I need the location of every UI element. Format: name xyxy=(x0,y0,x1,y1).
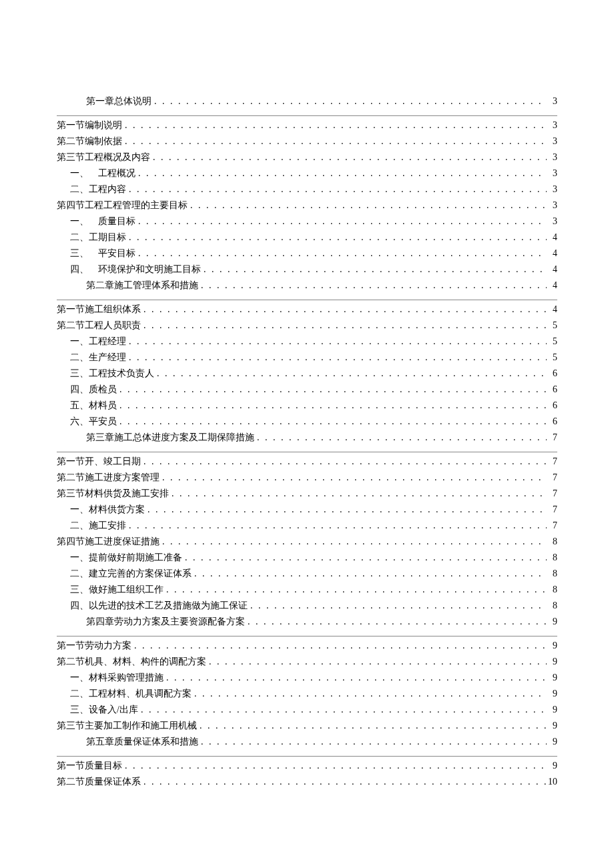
toc-label: 四、质检员 xyxy=(70,385,117,394)
toc-leader-dots: . . . . . . . . . . . . . . . . . . . . … xyxy=(122,121,547,130)
toc-leader-dots: . . . . . . . . . . . . . . . . . . . . … xyxy=(138,705,547,715)
toc-leader-dots: . . . . . . . . . . . . . . . . . . . . … xyxy=(126,521,547,530)
toc-page-number: 9 xyxy=(547,657,557,667)
toc-page-number: 3 xyxy=(547,97,557,106)
toc-leader-dots: . . . . . . . . . . . . . . . . . . . . … xyxy=(150,153,547,162)
toc-page-number: 8 xyxy=(547,585,557,594)
toc-subsection-row: 二、生产经理. . . . . . . . . . . . . . . . . … xyxy=(57,350,557,366)
toc-label: 二、工期目标 xyxy=(70,233,126,242)
toc-section-row: 第一节劳动力方案. . . . . . . . . . . . . . . . … xyxy=(57,638,557,654)
toc-section-row: 第二节工程人员职责. . . . . . . . . . . . . . . .… xyxy=(57,318,557,334)
toc-label: 一、材料采购管理措施 xyxy=(70,673,164,683)
toc-subsection-row: 四、质检员. . . . . . . . . . . . . . . . . .… xyxy=(57,382,557,398)
toc-label: 第三节材料供货及施工安排 xyxy=(57,489,169,498)
toc-page-number: 10 xyxy=(547,777,557,787)
toc-leader-dots: . . . . . . . . . . . . . . . . . . . . … xyxy=(135,217,547,226)
toc-leader-dots: . . . . . . . . . . . . . . . . . . . . … xyxy=(151,97,547,106)
toc-chapter-row: 第五章质量保证体系和措施. . . . . . . . . . . . . . … xyxy=(57,734,557,752)
toc-leader-dots: . . . . . . . . . . . . . . . . . . . . … xyxy=(164,585,547,594)
toc-label: 第四章劳动力方案及主要资源配备方案 xyxy=(86,617,245,626)
toc-label: 一、 质量目标 xyxy=(70,217,135,226)
toc-label: 一、 工程概况 xyxy=(70,169,135,178)
toc-leader-dots: . . . . . . . . . . . . . . . . . . . . … xyxy=(245,617,547,626)
toc-page-number: 6 xyxy=(547,369,557,378)
toc-page-number: 3 xyxy=(547,217,557,226)
toc-leader-dots: . . . . . . . . . . . . . . . . . . . . … xyxy=(135,249,547,258)
toc-subsection-row: 五、材料员. . . . . . . . . . . . . . . . . .… xyxy=(57,398,557,414)
toc-label: 第四节工程工程管理的主要目标 xyxy=(57,201,188,210)
toc-leader-dots: . . . . . . . . . . . . . . . . . . . . … xyxy=(192,689,547,699)
toc-page-number: 5 xyxy=(547,353,557,362)
toc-label: 四、以先进的技术工艺及措施做为施工保证 xyxy=(70,601,248,610)
toc-page-number: 7 xyxy=(547,505,557,514)
toc-leader-dots: . . . . . . . . . . . . . . . . . . . . … xyxy=(160,537,547,546)
toc-page-number: 6 xyxy=(547,417,557,426)
toc-section-row: 第四节施工进度保证措施. . . . . . . . . . . . . . .… xyxy=(57,534,557,550)
toc-label: 第一节劳动力方案 xyxy=(57,641,131,650)
toc-label: 第三节主要加工制作和施工用机械 xyxy=(57,721,197,731)
toc-subsection-row: 四、以先进的技术工艺及措施做为施工保证. . . . . . . . . . .… xyxy=(57,598,557,614)
toc-leader-dots: . . . . . . . . . . . . . . . . . . . . … xyxy=(192,569,547,578)
toc-subsection-row: 一、 质量目标. . . . . . . . . . . . . . . . .… xyxy=(57,213,557,230)
toc-subsection-row: 三、工程技术负责人. . . . . . . . . . . . . . . .… xyxy=(57,366,557,382)
toc-page-number: 8 xyxy=(547,553,557,562)
toc-leader-dots: . . . . . . . . . . . . . . . . . . . . … xyxy=(126,185,547,194)
toc-label: 第四节施工进度保证措施 xyxy=(57,537,160,546)
toc-page-number: 4 xyxy=(547,305,557,314)
toc-subsection-row: 四、 环境保护和文明施工目标. . . . . . . . . . . . . … xyxy=(57,262,557,278)
toc-leader-dots: . . . . . . . . . . . . . . . . . . . . … xyxy=(198,281,547,290)
toc-page-number: 7 xyxy=(547,473,557,482)
toc-section-row: 第三节材料供货及施工安排. . . . . . . . . . . . . . … xyxy=(57,486,557,502)
toc-chapter-row: 第四章劳动力方案及主要资源配备方案. . . . . . . . . . . .… xyxy=(57,614,557,632)
toc-section-row: 第三节主要加工制作和施工用机械. . . . . . . . . . . . .… xyxy=(57,718,557,734)
toc-label: 一、工程经理 xyxy=(70,337,126,346)
toc-page-number: 6 xyxy=(547,401,557,410)
toc-subsection-row: 一、材料供货方案. . . . . . . . . . . . . . . . … xyxy=(57,502,557,518)
toc-leader-dots: . . . . . . . . . . . . . . . . . . . . … xyxy=(141,777,547,787)
toc-section-row: 第二节编制依据. . . . . . . . . . . . . . . . .… xyxy=(57,133,557,149)
toc-leader-dots: . . . . . . . . . . . . . . . . . . . . … xyxy=(122,137,547,146)
toc-page-number: 7 xyxy=(547,457,557,466)
toc-page-number: 4 xyxy=(547,249,557,258)
toc-page-number: 3 xyxy=(547,121,557,130)
toc-label: 二、生产经理 xyxy=(70,353,126,362)
toc-leader-dots: . . . . . . . . . . . . . . . . . . . . … xyxy=(160,473,547,482)
toc-subsection-row: 三、设备入/出库. . . . . . . . . . . . . . . . … xyxy=(57,702,557,718)
toc-section-row: 第一节编制说明. . . . . . . . . . . . . . . . .… xyxy=(57,117,557,133)
toc-subsection-row: 一、 工程概况. . . . . . . . . . . . . . . . .… xyxy=(57,165,557,181)
toc-label: 第一章总体说明 xyxy=(86,97,151,106)
toc-label: 第一节质量目标 xyxy=(57,761,122,771)
toc-page-number: 4 xyxy=(547,281,557,290)
toc-page-number: 3 xyxy=(547,201,557,210)
toc-subsection-row: 六、平安员. . . . . . . . . . . . . . . . . .… xyxy=(57,414,557,430)
toc-leader-dots: . . . . . . . . . . . . . . . . . . . . … xyxy=(117,417,547,426)
toc-subsection-row: 一、工程经理. . . . . . . . . . . . . . . . . … xyxy=(57,334,557,350)
toc-label: 三、工程技术负责人 xyxy=(70,369,154,378)
toc-subsection-row: 三、做好施工组织工作. . . . . . . . . . . . . . . … xyxy=(57,582,557,598)
toc-leader-dots: . . . . . . . . . . . . . . . . . . . . … xyxy=(248,601,547,610)
toc-page-number: 8 xyxy=(547,569,557,578)
toc-page-number: 7 xyxy=(547,433,557,442)
toc-page-number: 9 xyxy=(547,705,557,715)
toc-label: 第一节施工组织体系 xyxy=(57,305,141,314)
toc-page-number: 9 xyxy=(547,673,557,683)
toc-subsection-row: 二、施工安排. . . . . . . . . . . . . . . . . … xyxy=(57,518,557,534)
toc-leader-dots: . . . . . . . . . . . . . . . . . . . . … xyxy=(197,721,547,731)
toc-leader-dots: . . . . . . . . . . . . . . . . . . . . … xyxy=(126,353,547,362)
toc-page-number: 5 xyxy=(547,337,557,346)
table-of-contents: 第一章总体说明. . . . . . . . . . . . . . . . .… xyxy=(57,93,557,790)
toc-label: 第二节编制依据 xyxy=(57,137,122,146)
toc-page-number: 7 xyxy=(547,489,557,498)
toc-section-row: 第一节开、竣工日期. . . . . . . . . . . . . . . .… xyxy=(57,454,557,470)
toc-subsection-row: 三、 平安目标. . . . . . . . . . . . . . . . .… xyxy=(57,246,557,262)
toc-label: 第二节施工进度方案管理 xyxy=(57,473,160,482)
toc-page-number: 9 xyxy=(547,737,557,747)
toc-page-number: 4 xyxy=(547,265,557,274)
toc-page-number: 3 xyxy=(547,185,557,194)
toc-chapter-row: 第三章施工总体进度方案及工期保障措施. . . . . . . . . . . … xyxy=(57,430,557,448)
toc-section-row: 第三节工程概况及内容. . . . . . . . . . . . . . . … xyxy=(57,149,557,165)
toc-page-number: 6 xyxy=(547,385,557,394)
toc-subsection-row: 一、提前做好前期施工准备. . . . . . . . . . . . . . … xyxy=(57,550,557,566)
toc-label: 第一节编制说明 xyxy=(57,121,122,130)
toc-page-number: 3 xyxy=(547,169,557,178)
